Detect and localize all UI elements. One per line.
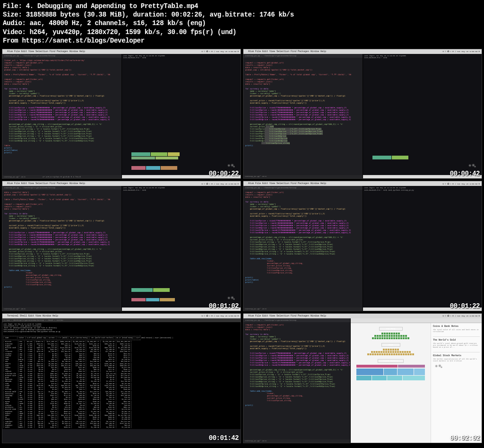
thumbnail-5: Terminal Shell Edit View Window Help⚙ ≡ … <box>2 313 241 443</box>
macos-menubar: Atom File Edit View Selection Find Packa… <box>2 49 241 54</box>
file-name: 4. Debugging and Appending to PrettyTabl… <box>26 2 199 10</box>
thumbnail-4: Atom File Edit View Selection Find Packa… <box>243 181 482 311</box>
prettytable-output: Last login: Sat May 26 21:19:08 on ttys0… <box>2 322 241 430</box>
section-currency: Currency <box>379 327 403 331</box>
section-stocks: Stock Markets <box>378 359 404 363</box>
file-info-header: File: 4. Debugging and Appending to Pret… <box>0 0 484 47</box>
thumbnail-1: Atom File Edit View Selection Find Packa… <box>2 49 241 179</box>
thumbnail-6: Atom File Edit View Selection Find Packa… <box>243 313 482 443</box>
browser-toolbar <box>351 318 482 323</box>
timestamp: 00:00:22 <box>209 170 239 177</box>
thumbnail-2: Atom File Edit View Selection Find Packa… <box>243 49 482 179</box>
terminal-tabbar: ⌂ ian — desktop/cryptocoinmarketcap — -b… <box>2 318 241 322</box>
terminal-pane: Last login: Sat May 26 21:19:08 on ttys0… <box>122 54 241 178</box>
thumbnail-3: Atom File Edit View Selection Find Packa… <box>2 181 241 311</box>
atom-editor-pane: coincap_p4.py — ~/Desktop/cryptocoinmark… <box>2 54 122 178</box>
browser-pane: Currency Gold Stock Markets <box>351 318 482 443</box>
source-url: https://sanet.st/blogs/Developer <box>22 37 145 44</box>
thumbnail-grid: Atom File Edit View Selection Find Packa… <box>0 47 484 445</box>
source-code: ticker_url = 'https://api.coinmarketcap.… <box>2 58 121 155</box>
section-gold: Gold <box>381 343 400 347</box>
source-code: request = requests.get(global_url) resul… <box>243 58 363 148</box>
